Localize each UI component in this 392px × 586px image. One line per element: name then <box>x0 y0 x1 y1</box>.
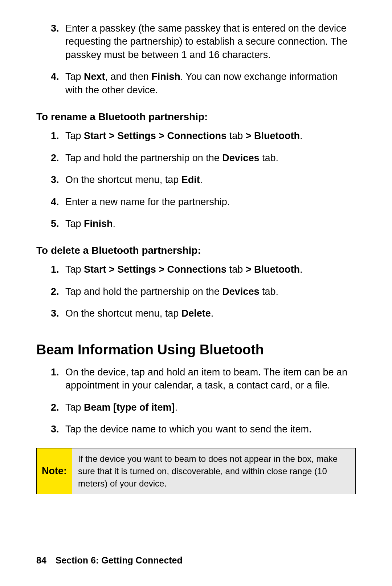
list-text: Tap Beam [type of item]. <box>65 401 356 414</box>
subhead-rename: To rename a Bluetooth partnership: <box>36 111 356 123</box>
bold-run: Start > Settings > Connections <box>84 130 226 141</box>
list-text: Tap Finish. <box>65 217 356 230</box>
list-item: 1.Tap Start > Settings > Connections tab… <box>36 129 356 142</box>
delete-list: 1.Tap Start > Settings > Connections tab… <box>36 263 356 320</box>
bold-run: Finish <box>151 71 180 82</box>
text-run: . <box>300 130 303 141</box>
list-number: 3. <box>36 307 65 320</box>
note-label: Note: <box>37 448 72 494</box>
text-run: tab. <box>259 152 278 163</box>
text-run: Tap <box>65 402 84 413</box>
list-number: 3. <box>36 173 65 186</box>
note-box: Note: If the device you want to beam to … <box>36 448 356 494</box>
top-list: 3.Enter a passkey (the same passkey that… <box>36 22 356 97</box>
list-text: Tap Start > Settings > Connections tab >… <box>65 263 356 276</box>
list-number: 1. <box>36 129 65 142</box>
bold-run: Start > Settings > Connections <box>84 264 226 275</box>
list-item: 4.Enter a new name for the partnership. <box>36 195 356 208</box>
text-run: Tap and hold the partnership on the <box>65 286 222 297</box>
list-item: 3.Tap the device name to which you want … <box>36 423 356 436</box>
list-text: Tap the device name to which you want to… <box>65 423 356 436</box>
text-run: Enter a new name for the partnership. <box>65 196 230 207</box>
list-text: Enter a passkey (the same passkey that i… <box>65 22 356 61</box>
list-number: 2. <box>36 401 65 414</box>
bold-run: > Bluetooth <box>246 264 300 275</box>
page-number: 84 <box>36 555 46 565</box>
list-item: 3.On the shortcut menu, tap Delete. <box>36 307 356 320</box>
bold-run: > Bluetooth <box>246 130 300 141</box>
text-run: Tap <box>65 130 84 141</box>
list-text: Tap Next, and then Finish. You can now e… <box>65 70 356 97</box>
list-item: 1.On the device, tap and hold an item to… <box>36 366 356 392</box>
bold-run: Devices <box>222 152 259 163</box>
text-run: Tap <box>65 218 84 229</box>
rename-list: 1.Tap Start > Settings > Connections tab… <box>36 129 356 230</box>
text-run: On the device, tap and hold an item to b… <box>65 367 347 391</box>
text-run: Enter a passkey (the same passkey that i… <box>65 23 347 60</box>
bold-run: Next <box>84 71 105 82</box>
list-text: Tap and hold the partnership on the Devi… <box>65 151 356 164</box>
bold-run: Devices <box>222 286 259 297</box>
text-run: Tap and hold the partnership on the <box>65 152 222 163</box>
bold-run: Edit <box>181 174 200 185</box>
list-item: 2.Tap and hold the partnership on the De… <box>36 151 356 164</box>
text-run: , and then <box>105 71 152 82</box>
list-text: Tap and hold the partnership on the Devi… <box>65 285 356 298</box>
list-number: 3. <box>36 423 65 436</box>
list-item: 5.Tap Finish. <box>36 217 356 230</box>
list-number: 2. <box>36 285 65 298</box>
text-run: . <box>300 264 303 275</box>
beam-list: 1.On the device, tap and hold an item to… <box>36 366 356 436</box>
text-run: Tap the device name to which you want to… <box>65 424 311 435</box>
text-run: Tap <box>65 264 84 275</box>
text-run: Tap <box>65 71 84 82</box>
text-run: tab <box>226 130 246 141</box>
list-text: On the shortcut menu, tap Edit. <box>65 173 356 186</box>
section-title: Section 6: Getting Connected <box>56 555 183 565</box>
text-run: . <box>200 174 203 185</box>
list-number: 2. <box>36 151 65 164</box>
text-run: tab <box>226 264 246 275</box>
list-item: 3.Enter a passkey (the same passkey that… <box>36 22 356 61</box>
footer: 84 Section 6: Getting Connected <box>36 555 183 566</box>
list-number: 3. <box>36 22 65 61</box>
subhead-delete: To delete a Bluetooth partnership: <box>36 245 356 256</box>
list-item: 2.Tap and hold the partnership on the De… <box>36 285 356 298</box>
list-text: On the device, tap and hold an item to b… <box>65 366 356 392</box>
bold-run: Finish <box>84 218 113 229</box>
text-run: tab. <box>259 286 278 297</box>
list-number: 5. <box>36 217 65 230</box>
note-body: If the device you want to beam to does n… <box>72 448 355 494</box>
list-item: 2.Tap Beam [type of item]. <box>36 401 356 414</box>
list-text: Enter a new name for the partnership. <box>65 195 356 208</box>
list-item: 1.Tap Start > Settings > Connections tab… <box>36 263 356 276</box>
list-item: 3.On the shortcut menu, tap Edit. <box>36 173 356 186</box>
list-number: 4. <box>36 195 65 208</box>
text-run: On the shortcut menu, tap <box>65 308 181 319</box>
heading-beam: Beam Information Using Bluetooth <box>36 342 356 358</box>
text-run: On the shortcut menu, tap <box>65 174 181 185</box>
list-text: Tap Start > Settings > Connections tab >… <box>65 129 356 142</box>
bold-run: Beam [type of item] <box>84 402 175 413</box>
list-item: 4.Tap Next, and then Finish. You can now… <box>36 70 356 97</box>
list-number: 1. <box>36 366 65 392</box>
list-number: 4. <box>36 70 65 97</box>
text-run: . <box>113 218 116 229</box>
text-run: . <box>175 402 178 413</box>
list-text: On the shortcut menu, tap Delete. <box>65 307 356 320</box>
text-run: . <box>211 308 214 319</box>
list-number: 1. <box>36 263 65 276</box>
bold-run: Delete <box>181 308 211 319</box>
page: 3.Enter a passkey (the same passkey that… <box>0 0 392 586</box>
